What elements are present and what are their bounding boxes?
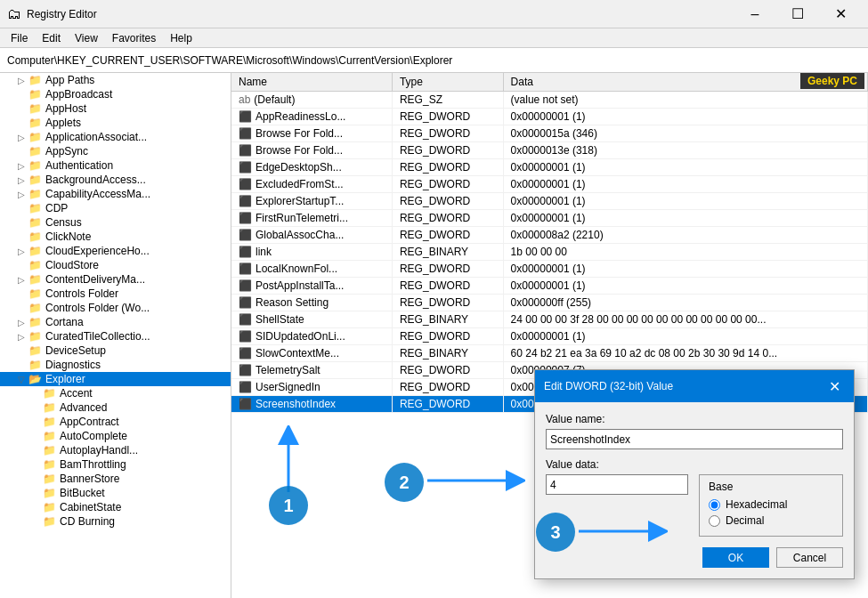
maximize-button[interactable]: ☐ <box>777 0 818 28</box>
dec-label: Decimal <box>726 514 764 527</box>
menu-favorites[interactable]: Favorites <box>105 30 163 46</box>
table-row[interactable]: ⬛LocalKnownFol... REG_DWORD 0x00000001 (… <box>231 261 868 278</box>
tree-item-authentication[interactable]: ▷ 📁 Authentication <box>0 158 231 173</box>
col-type[interactable]: Type <box>392 73 503 92</box>
folder-icon: 📁 <box>28 344 43 357</box>
table-row[interactable]: ab(Default) REG_SZ (value not set) <box>231 92 868 109</box>
dialog-title: Edit DWORD (32-bit) Value <box>544 380 673 392</box>
close-button[interactable]: ✕ <box>820 0 861 28</box>
tree-item-appcontract[interactable]: 📁 AppContract <box>0 415 231 429</box>
tree-item-accent[interactable]: 📁 Accent <box>0 386 231 400</box>
tree-item-explorer[interactable]: ▽ 📂 Explorer <box>0 372 231 386</box>
table-row[interactable]: ⬛Browse For Fold... REG_DWORD 0x0000015a… <box>231 125 868 142</box>
value-data-input[interactable] <box>546 474 688 495</box>
tree-item-cdburning[interactable]: 📁 CD Burning <box>0 514 231 529</box>
reg-icon-dw: ⬛ <box>239 144 252 157</box>
tree-item-capabilityaccess[interactable]: ▷ 📁 CapabilityAccessMa... <box>0 187 231 201</box>
tree-item-appsync[interactable]: 📁 AppSync <box>0 144 231 158</box>
value-name-input[interactable] <box>546 429 843 449</box>
menu-help[interactable]: Help <box>163 30 199 46</box>
tree-item-autoplayhandle[interactable]: 📁 AutoplayHandl... <box>0 443 231 457</box>
reg-icon-ab: ab <box>239 93 250 106</box>
reg-icon-dw: ⬛ <box>239 229 252 241</box>
base-group: Base Hexadecimal Decimal <box>699 474 843 537</box>
app-title: Registry Editor <box>27 8 734 20</box>
folder-icon: 📁 <box>28 302 43 314</box>
tree-item-bitbucket[interactable]: 📁 BitBucket <box>0 486 231 500</box>
tree-item-bamthrottling[interactable]: 📁 BamThrottling <box>0 457 231 472</box>
table-row[interactable]: ⬛AppReadinessLo... REG_DWORD 0x00000001 … <box>231 109 868 125</box>
tree-item-cloudexp[interactable]: ▷ 📁 CloudExperienceHo... <box>0 244 231 258</box>
edit-dword-dialog: Edit DWORD (32-bit) Value ✕ Value name: … <box>534 369 855 579</box>
table-row[interactable]: ⬛SIDUpdatedOnLi... REG_DWORD 0x00000001 … <box>231 328 868 345</box>
expand-icon: ▷ <box>14 175 28 185</box>
tree-item-autocomplete[interactable]: 📁 AutoComplete <box>0 429 231 443</box>
menu-file[interactable]: File <box>4 30 35 46</box>
tree-item-clicknote[interactable]: 📁 ClickNote <box>0 230 231 244</box>
hexadecimal-radio[interactable] <box>709 499 720 511</box>
tree-item-appasso[interactable]: ▷ 📁 ApplicationAssociat... <box>0 130 231 144</box>
tree-item-cabinetstate[interactable]: 📁 CabinetState <box>0 500 231 514</box>
tree-item-cloudstore[interactable]: 📁 CloudStore <box>0 258 231 272</box>
reg-icon-dw: ⬛ <box>239 127 252 140</box>
app-icon: 🗂 <box>7 6 21 22</box>
hex-label: Hexadecimal <box>726 498 787 511</box>
folder-icon: 📁 <box>28 316 43 328</box>
tree-item-app-paths[interactable]: ▷ 📁 App Paths <box>0 73 231 87</box>
menu-view[interactable]: View <box>68 30 105 46</box>
tree-label: CDP <box>45 202 68 214</box>
tree-label: CabinetState <box>60 501 121 513</box>
tree-item-cdp[interactable]: 📁 CDP <box>0 201 231 215</box>
folder-icon: 📁 <box>43 444 57 457</box>
table-row[interactable]: ⬛ExcludedFromSt... REG_DWORD 0x00000001 … <box>231 176 868 193</box>
tree-item-backgroundaccess[interactable]: ▷ 📁 BackgroundAccess... <box>0 173 231 187</box>
expand-icon: ▷ <box>14 76 28 85</box>
tree-item-cortana[interactable]: ▷ 📁 Cortana <box>0 315 231 329</box>
folder-icon: 📁 <box>28 131 43 143</box>
col-name[interactable]: Name <box>231 73 392 92</box>
reg-icon-dw: ⬛ <box>239 195 252 207</box>
folder-icon: 📁 <box>28 202 43 214</box>
minimize-button[interactable]: – <box>734 0 775 28</box>
tree-item-curatedtile[interactable]: ▷ 📁 CuratedTileCollectio... <box>0 329 231 343</box>
tree-item-controlsfolder[interactable]: 📁 Controls Folder <box>0 287 231 301</box>
folder-icon: 📁 <box>43 487 57 499</box>
folder-icon: 📁 <box>28 245 43 257</box>
table-row[interactable]: ⬛Browse For Fold... REG_DWORD 0x0000013e… <box>231 142 868 159</box>
tree-item-bannerstore[interactable]: 📁 BannerStore <box>0 472 231 486</box>
menu-edit[interactable]: Edit <box>35 30 68 46</box>
table-row[interactable]: ⬛EdgeDesktopSh... REG_DWORD 0x00000001 (… <box>231 159 868 176</box>
table-row[interactable]: ⬛Reason Setting REG_DWORD 0x000000ff (25… <box>231 295 868 311</box>
expand-icon: ▷ <box>14 275 28 285</box>
tree-item-census[interactable]: 📁 Census <box>0 215 231 230</box>
tree-label: CloudStore <box>45 259 99 271</box>
tree-item-diagnostics[interactable]: 📁 Diagnostics <box>0 358 231 372</box>
table-row[interactable]: ⬛FirstRunTelemetri... REG_DWORD 0x000000… <box>231 210 868 227</box>
table-row[interactable]: ⬛PostAppInstallTa... REG_DWORD 0x0000000… <box>231 278 868 295</box>
cancel-button[interactable]: Cancel <box>776 547 843 568</box>
tree-item-contentdelivery[interactable]: ▷ 📁 ContentDeliveryMa... <box>0 272 231 287</box>
tree-item-controlsfolderwo[interactable]: 📁 Controls Folder (Wo... <box>0 301 231 315</box>
ok-button[interactable]: OK <box>702 547 769 568</box>
expand-icon: ▽ <box>14 375 28 384</box>
decimal-radio[interactable] <box>709 515 720 527</box>
tree-item-apphost[interactable]: 📁 AppHost <box>0 101 231 116</box>
table-row[interactable]: ⬛ShellState REG_BINARY 24 00 00 00 3f 28… <box>231 311 868 328</box>
tree-label: App Paths <box>45 74 94 86</box>
tree-label: Accent <box>60 387 93 400</box>
table-row[interactable]: ⬛GlobalAssocCha... REG_DWORD 0x000008a2 … <box>231 227 868 244</box>
table-row[interactable]: ⬛SlowContextMe... REG_BINARY 60 24 b2 21… <box>231 345 868 362</box>
folder-icon: 📁 <box>43 458 57 471</box>
tree-label: ClickNote <box>45 230 91 243</box>
dialog-close-button[interactable]: ✕ <box>823 376 845 397</box>
tree-item-applets[interactable]: 📁 Applets <box>0 116 231 130</box>
tree-item-advanced[interactable]: 📁 Advanced <box>0 400 231 415</box>
tree-item-devicesetup[interactable]: 📁 DeviceSetup <box>0 343 231 358</box>
reg-icon-dw: ⬛ <box>239 279 252 292</box>
reg-icon-dw: ⬛ <box>239 161 252 174</box>
tree-item-appbroadcast[interactable]: 📁 AppBroadcast <box>0 87 231 101</box>
table-row[interactable]: ⬛ExplorerStartupT... REG_DWORD 0x0000000… <box>231 193 868 210</box>
table-row[interactable]: ⬛link REG_BINARY 1b 00 00 00 <box>231 244 868 261</box>
folder-icon: 📁 <box>28 287 43 300</box>
values-table: Name Type Data ab(Default) REG_SZ (value… <box>231 73 868 413</box>
